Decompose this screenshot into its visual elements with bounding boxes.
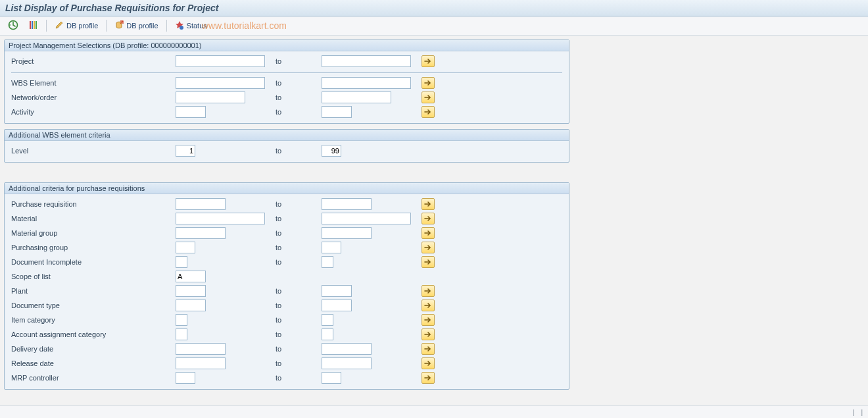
acctcat-to-input[interactable] [322, 328, 333, 340]
preq-to-input[interactable] [322, 198, 372, 210]
reldate-multi-button[interactable] [422, 357, 435, 369]
itemcat-multi-button[interactable] [422, 314, 435, 326]
to-label: to [268, 359, 322, 367]
doctype-multi-button[interactable] [422, 300, 435, 311]
purgroup-to-input[interactable] [322, 242, 341, 253]
activity-label: Activity [11, 108, 176, 116]
activity-to-input[interactable] [322, 106, 352, 118]
project-to-input[interactable] [322, 55, 411, 67]
reldate-label: Release date [11, 359, 176, 367]
level-to-input[interactable] [322, 145, 341, 157]
mrp-to-input[interactable] [322, 372, 341, 384]
doctype-to-input[interactable] [322, 300, 352, 311]
scope-input[interactable] [176, 271, 206, 282]
matgroup-multi-button[interactable] [422, 227, 435, 239]
status-sep: | [861, 409, 863, 416]
plant-to-input[interactable] [322, 285, 352, 297]
level-from-input[interactable] [176, 145, 195, 157]
matgroup-to-input[interactable] [322, 227, 372, 239]
status-bar: | | [0, 405, 868, 418]
material-to-input[interactable] [322, 213, 411, 224]
db-profile-edit-label: DB profile [66, 22, 98, 30]
group-wbs-criteria: Additional WBS element criteria Level to [4, 129, 569, 163]
preq-multi-button[interactable] [422, 198, 435, 210]
variant-button[interactable] [24, 18, 42, 33]
docinc-to-input[interactable] [322, 256, 333, 268]
network-from-input[interactable] [176, 91, 245, 103]
db-profile-edit-button[interactable]: DB profile [51, 19, 102, 32]
to-label: to [268, 316, 322, 324]
to-label: to [268, 258, 322, 266]
status-sep: | [853, 409, 855, 416]
network-label: Network/order [11, 93, 176, 101]
docinc-multi-button[interactable] [422, 256, 435, 268]
preq-from-input[interactable] [176, 198, 226, 210]
to-label: to [268, 345, 322, 353]
watermark-text: www.tutorialkart.com [202, 20, 287, 31]
toolbar-separator [166, 20, 167, 32]
mrp-from-input[interactable] [176, 372, 195, 384]
purgroup-from-input[interactable] [176, 242, 195, 253]
to-label: to [268, 215, 322, 222]
to-label: to [268, 57, 322, 65]
matgroup-from-input[interactable] [176, 227, 226, 239]
wbs-label: WBS Element [11, 79, 176, 87]
wbs-from-input[interactable] [176, 77, 265, 89]
svg-rect-1 [30, 21, 31, 29]
to-label: to [268, 200, 322, 208]
toolbar-separator [46, 20, 47, 32]
execute-icon [8, 20, 18, 32]
execute-button[interactable] [4, 18, 22, 33]
to-label: to [268, 374, 322, 382]
docinc-label: Document Incomplete [11, 258, 176, 266]
acctcat-label: Account assignment category [11, 330, 176, 338]
purgroup-multi-button[interactable] [422, 242, 435, 253]
docinc-from-input[interactable] [176, 256, 187, 268]
project-multi-button[interactable] [422, 55, 435, 67]
activity-from-input[interactable] [176, 106, 206, 118]
group-wbs-criteria-title: Additional WBS element criteria [5, 130, 569, 141]
svg-rect-4 [36, 21, 37, 29]
activity-multi-button[interactable] [422, 106, 435, 118]
itemcat-to-input[interactable] [322, 314, 333, 326]
network-multi-button[interactable] [422, 91, 435, 103]
plant-from-input[interactable] [176, 285, 206, 297]
plant-multi-button[interactable] [422, 285, 435, 297]
wbs-to-input[interactable] [322, 77, 411, 89]
divider [11, 72, 562, 73]
level-label: Level [11, 147, 176, 155]
acctcat-multi-button[interactable] [422, 328, 435, 340]
network-to-input[interactable] [322, 91, 391, 103]
purgroup-label: Purchasing group [11, 244, 176, 251]
deldate-from-input[interactable] [176, 343, 226, 355]
reldate-from-input[interactable] [176, 357, 226, 369]
itemcat-from-input[interactable] [176, 314, 187, 326]
material-multi-button[interactable] [422, 213, 435, 224]
to-label: to [268, 108, 322, 116]
to-label: to [268, 147, 322, 155]
material-label: Material [11, 215, 176, 222]
variant-icon [28, 20, 38, 32]
project-from-input[interactable] [176, 55, 265, 67]
group-project-selections-title: Project Management Selections (DB profil… [5, 40, 569, 51]
reldate-to-input[interactable] [322, 357, 372, 369]
deldate-to-input[interactable] [322, 343, 372, 355]
content-area: Project Management Selections (DB profil… [0, 36, 868, 390]
svg-rect-2 [32, 21, 33, 29]
plant-label: Plant [11, 287, 176, 295]
to-label: to [268, 79, 322, 87]
wbs-multi-button[interactable] [422, 77, 435, 89]
acctcat-from-input[interactable] [176, 328, 187, 340]
material-from-input[interactable] [176, 213, 265, 224]
doctype-label: Document type [11, 301, 176, 309]
to-label: to [268, 287, 322, 295]
to-label: to [268, 244, 322, 251]
db-profile-pick-button[interactable]: DB profile [110, 19, 162, 32]
db-cylinder-icon [114, 20, 124, 31]
status-button[interactable]: Status [171, 19, 211, 32]
deldate-multi-button[interactable] [422, 343, 435, 355]
doctype-from-input[interactable] [176, 300, 206, 311]
svg-point-6 [180, 26, 183, 30]
mrp-label: MRP controller [11, 374, 176, 382]
mrp-multi-button[interactable] [422, 372, 435, 384]
